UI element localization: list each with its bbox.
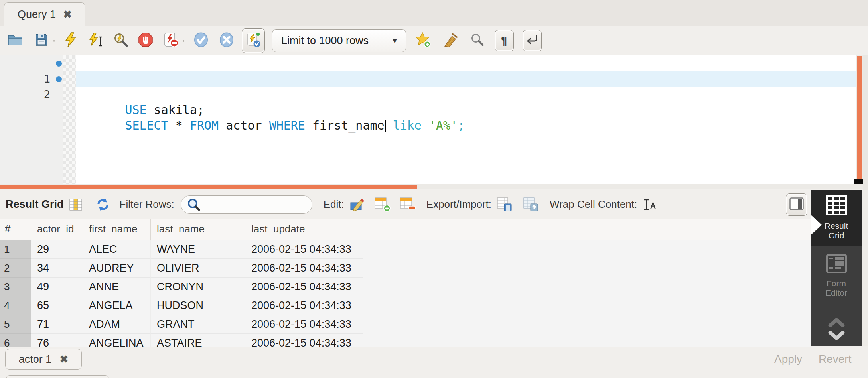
editor-tab-bar: Query 1 ✖ — [0, 0, 868, 26]
result-area-scrollbar[interactable] — [862, 190, 868, 346]
cell-last-update[interactable]: 2006-02-15 04:34:33 — [245, 334, 363, 347]
wrap-cell-content-icon[interactable] — [643, 199, 657, 211]
row-number-cell[interactable]: 2 — [0, 259, 31, 278]
broom-icon — [442, 33, 458, 49]
cell-last-name[interactable]: WAYNE — [151, 240, 245, 259]
cell-last-name[interactable]: GRANT — [151, 315, 245, 334]
filter-rows-input[interactable] — [200, 198, 302, 211]
cell-last-name[interactable]: OLIVIER — [151, 259, 245, 278]
filter-rows-searchbox[interactable] — [181, 195, 312, 214]
toggle-invisible-chars-button[interactable]: ¶ — [495, 30, 514, 51]
save-script-button[interactable] — [33, 30, 50, 51]
result-grid-toolbar: Result Grid Filter Rows: Edit: Export/Im… — [0, 190, 811, 219]
form-editor-icon — [826, 254, 847, 275]
explain-plan-button[interactable] — [112, 30, 130, 51]
cell-actor-id[interactable]: 65 — [31, 296, 83, 315]
rollback-button[interactable] — [218, 30, 235, 51]
commit-button[interactable] — [192, 30, 210, 51]
refresh-icon[interactable] — [96, 198, 110, 211]
edit-record-icon[interactable] — [350, 198, 365, 211]
toggle-autocommit-button[interactable] — [242, 28, 265, 53]
table-row: 1 29 ALEC WAYNE 2006-02-15 04:34:33 — [0, 240, 811, 259]
chevron-down-icon[interactable] — [827, 331, 846, 342]
cell-first-name[interactable]: ADAM — [83, 315, 151, 334]
stop-query-button[interactable] — [137, 30, 154, 51]
collapse-sidebar-button[interactable] — [786, 193, 807, 216]
cell-first-name[interactable]: ANGELA — [83, 296, 151, 315]
cell-last-name[interactable]: CRONYN — [151, 278, 245, 296]
cell-first-name[interactable]: AUDREY — [83, 259, 151, 278]
editor-horizontal-scrollbar[interactable] — [0, 184, 863, 189]
column-header-last-update[interactable]: last_update — [245, 219, 363, 240]
cell-actor-id[interactable]: 29 — [31, 240, 83, 259]
limit-rows-dropdown[interactable]: Limit to 1000 rows ▾ — [272, 29, 406, 52]
open-script-button[interactable] — [6, 30, 24, 51]
cell-last-update[interactable]: 2006-02-15 04:34:33 — [245, 240, 363, 259]
row-number-cell[interactable]: 3 — [0, 278, 31, 296]
tab-actor-1[interactable]: actor 1 ✖ — [5, 349, 82, 370]
import-records-icon[interactable] — [523, 197, 539, 212]
execute-query-button[interactable] — [62, 30, 79, 51]
delete-row-icon[interactable] — [400, 197, 416, 212]
column-header-actor-id[interactable]: actor_id — [31, 219, 83, 240]
revert-button[interactable]: Revert — [819, 353, 851, 366]
limit-rows-value: Limit to 1000 rows — [281, 35, 393, 47]
sidebar-item-form-editor[interactable]: Form Editor — [811, 246, 862, 306]
sql-keyword: USE — [125, 103, 146, 117]
cell-first-name[interactable]: ANNE — [83, 278, 151, 296]
line-number: 1 — [0, 71, 50, 87]
column-header-last-name[interactable]: last_name — [151, 219, 245, 240]
cell-last-name[interactable]: ASTAIRE — [151, 334, 245, 347]
cell-first-name[interactable]: ALEC — [83, 240, 151, 259]
tab-query-1[interactable]: Query 1 ✖ — [4, 2, 85, 26]
sql-text: * — [168, 118, 190, 132]
cell-actor-id[interactable]: 76 — [31, 334, 83, 347]
beautify-query-button[interactable] — [441, 30, 459, 51]
insert-row-icon[interactable] — [375, 197, 391, 212]
cell-first-name[interactable]: ANGELINA — [83, 334, 151, 347]
table-row: 3 49 ANNE CRONYN 2006-02-15 04:34:33 — [0, 278, 811, 296]
sql-operator: like — [393, 118, 422, 132]
close-icon[interactable]: ✖ — [59, 353, 68, 366]
export-recordset-icon[interactable] — [497, 197, 512, 212]
column-header-first-name[interactable]: first_name — [83, 219, 151, 240]
chevron-up-icon[interactable] — [827, 317, 846, 329]
lightning-cursor-icon — [89, 32, 104, 49]
cell-last-name[interactable]: HUDSON — [151, 296, 245, 315]
save-snippet-button[interactable] — [414, 30, 432, 51]
apply-button[interactable]: Apply — [774, 353, 802, 366]
editor-right-margin — [863, 55, 868, 190]
scrollbar-thumb[interactable] — [857, 56, 862, 179]
cell-last-update[interactable]: 2006-02-15 04:34:33 — [245, 259, 363, 278]
cell-last-update[interactable]: 2006-02-15 04:34:33 — [245, 315, 363, 334]
row-number-cell[interactable]: 6 — [0, 334, 31, 347]
close-icon[interactable]: ✖ — [63, 8, 72, 21]
execute-current-statement-button[interactable] — [87, 30, 105, 51]
tab-actor-1-label: actor 1 — [19, 353, 52, 366]
star-plus-icon — [415, 32, 431, 49]
toggle-stop-on-error-button[interactable] — [162, 30, 180, 51]
toolbar-separator — [183, 40, 184, 42]
export-import-label: Export/Import: — [426, 198, 491, 211]
column-header-rownum[interactable]: # — [0, 219, 31, 240]
table-row: 5 71 ADAM GRANT 2006-02-15 04:34:33 — [0, 315, 811, 334]
cell-actor-id[interactable]: 49 — [31, 278, 83, 296]
row-number-cell[interactable]: 5 — [0, 315, 31, 334]
scrollbar-thumb[interactable] — [0, 185, 417, 189]
row-number-cell[interactable]: 1 — [0, 240, 31, 259]
code-line-current[interactable]: 2 SELECT * FROM actor WHERE first_name l… — [76, 71, 856, 87]
cell-last-update[interactable]: 2006-02-15 04:34:33 — [245, 278, 363, 296]
cell-actor-id[interactable]: 71 — [31, 315, 83, 334]
cell-actor-id[interactable]: 34 — [31, 259, 83, 278]
find-button[interactable] — [468, 30, 486, 51]
sql-editor[interactable]: 1 USE sakila; 2 SELECT * FROM actor WHER… — [0, 55, 856, 184]
toggle-word-wrap-button[interactable] — [523, 30, 542, 51]
sidebar-pager — [811, 317, 862, 342]
code-line[interactable]: 1 USE sakila; — [76, 55, 856, 71]
sql-keyword: SELECT — [125, 118, 168, 132]
cell-last-update[interactable]: 2006-02-15 04:34:33 — [245, 296, 363, 315]
toolbar-separator — [53, 40, 55, 42]
editor-vertical-scrollbar[interactable] — [856, 55, 863, 179]
row-number-cell[interactable]: 4 — [0, 296, 31, 315]
next-tab-partial — [6, 375, 109, 378]
